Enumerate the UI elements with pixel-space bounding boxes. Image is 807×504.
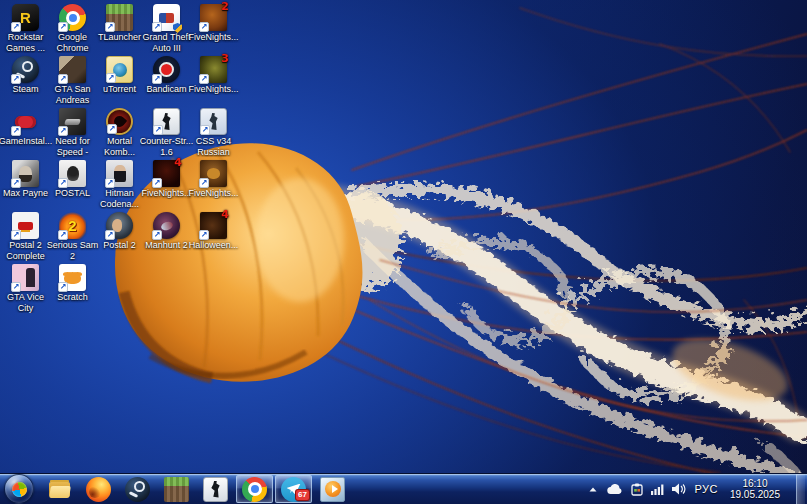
desktop-shortcut-rockstar[interactable]: Rockstar Games ...: [2, 4, 49, 56]
desktop-shortcut-gtasa[interactable]: GTA San Andreas: [49, 56, 96, 108]
steam-taskbar-icon: [125, 477, 150, 502]
desktop-shortcut-mortal-kombat[interactable]: Mortal Komb...: [96, 108, 143, 160]
desktop-shortcut-label: TLauncher: [93, 32, 147, 43]
taskbar-button-media-player[interactable]: [314, 475, 351, 503]
taskbar-button-minecraft[interactable]: [158, 475, 195, 503]
shortcut-arrow-icon: [105, 22, 115, 32]
desktop-shortcut-utorrent[interactable]: uTorrent: [96, 56, 143, 108]
desktop-shortcut-gta3[interactable]: Grand Theft Auto III: [143, 4, 190, 56]
windows-start-icon: [10, 480, 28, 498]
clock[interactable]: 16:10 19.05.2025: [726, 478, 784, 501]
scratch-icon: [59, 264, 86, 291]
desktop-shortcut-label: Scratch: [46, 292, 100, 303]
desktop-shortcut-fnaf3[interactable]: 3 FiveNights...: [190, 56, 237, 108]
desktop-shortcut-hitman[interactable]: Hitman Codena...: [96, 160, 143, 212]
hidden-icons-caret[interactable]: [588, 485, 598, 493]
start-button[interactable]: [4, 474, 34, 504]
serious-sam2-icon: [59, 212, 86, 239]
clock-date: 19.05.2025: [730, 489, 780, 500]
fnaf2-icon: 2: [200, 4, 227, 31]
fnaf3-icon: 3: [200, 56, 227, 83]
taskbar-button-counter-strike[interactable]: [197, 475, 234, 503]
taskbar-button-telegram[interactable]: 67: [275, 475, 312, 503]
shortcut-arrow-icon: [58, 230, 68, 240]
taskbar-button-steam[interactable]: [119, 475, 156, 503]
counter-strike-icon: [203, 477, 228, 502]
unread-count-badge: 67: [295, 489, 310, 501]
desktop-shortcut-max-payne[interactable]: Max Payne: [2, 160, 49, 212]
desktop-shortcut-label: POSTAL: [46, 188, 100, 199]
halloween-icon: 4: [200, 212, 227, 239]
shortcut-arrow-icon: [199, 22, 209, 32]
clock-time: 16:10: [742, 478, 767, 489]
desktop-shortcut-gameinstall[interactable]: GameInstal...: [2, 108, 49, 160]
shortcut-arrow-icon: [11, 178, 21, 188]
css-v34-icon: [200, 108, 227, 135]
shortcut-arrow-icon: [58, 282, 68, 292]
desktop-shortcut-postal2[interactable]: Postal 2: [96, 212, 143, 264]
volume-icon[interactable]: [672, 483, 686, 495]
network-signal-icon[interactable]: [651, 484, 664, 495]
desktop-shortcut-css-v34[interactable]: CSS v34 Russian: [190, 108, 237, 160]
shortcut-arrow-icon: [105, 230, 115, 240]
rockstar-icon: [12, 4, 39, 31]
desktop-shortcut-label: Halloween...: [187, 240, 241, 251]
desktop-shortcut-chrome[interactable]: Google Chrome: [49, 4, 96, 56]
desktop-shortcut-tlauncher[interactable]: TLauncher: [96, 4, 143, 56]
show-desktop-button[interactable]: [796, 474, 805, 504]
desktop-shortcut-label: Serious Sam 2: [46, 240, 100, 261]
gameinstall-icon: [12, 108, 39, 135]
shortcut-arrow-icon: [106, 73, 116, 83]
desktop-shortcut-label: FiveNights...: [187, 188, 241, 199]
tlauncher-icon: [106, 4, 133, 31]
desktop-shortcut-fnaf2[interactable]: 2 FiveNights...: [190, 4, 237, 56]
shortcut-arrow-icon: [58, 126, 68, 136]
language-indicator[interactable]: РУС: [694, 483, 718, 495]
clipboard-icon[interactable]: [631, 483, 643, 496]
desktop-shortcut-label: Postal 2: [93, 240, 147, 251]
gta-vc-icon: [12, 264, 39, 291]
taskbar-button-explorer[interactable]: [41, 475, 78, 503]
desktop-shortcut-fnaf4[interactable]: 4 FiveNights...: [143, 160, 190, 212]
taskbar-button-firefox[interactable]: [80, 475, 117, 503]
shortcut-arrow-icon: [11, 282, 21, 292]
mortal-kombat-icon: [106, 108, 133, 135]
postal2-complete-icon: [12, 212, 39, 239]
desktop-shortcut-halloween[interactable]: 4 Halloween...: [190, 212, 237, 264]
shortcut-arrow-icon: [153, 125, 163, 135]
desktop-shortcut-steam[interactable]: Steam: [2, 56, 49, 108]
desktop-shortcut-cs16[interactable]: Counter-Str... 1.6: [143, 108, 190, 160]
desktop-shortcut-gta-vc[interactable]: GTA Vice City: [2, 264, 49, 316]
desktop-shortcut-fnaf-freddy[interactable]: FiveNights...: [190, 160, 237, 212]
desktop-shortcut-label: FiveNights...: [187, 32, 241, 43]
cs16-icon: [153, 108, 180, 135]
chrome-icon: [242, 477, 267, 502]
desktop-shortcut-bandicam[interactable]: Bandicam: [143, 56, 190, 108]
minecraft-icon: [164, 477, 189, 502]
desktop-shortcut-manhunt2[interactable]: Manhunt 2: [143, 212, 190, 264]
icon-number-badge: 4: [174, 156, 182, 169]
shortcut-arrow-icon: [11, 230, 21, 240]
icon-number-badge: 2: [221, 0, 229, 13]
explorer-icon: [47, 477, 72, 502]
shortcut-arrow-icon: [152, 230, 162, 240]
cloud-icon[interactable]: [606, 484, 623, 495]
taskbar-button-chrome[interactable]: [236, 475, 273, 503]
desktop-shortcut-scratch[interactable]: Scratch: [49, 264, 96, 316]
desktop-screen: Rockstar Games ... Google Chrome TLaunch…: [0, 0, 807, 504]
desktop-shortcut-postal[interactable]: POSTAL: [49, 160, 96, 212]
desktop-shortcut-label: Manhunt 2: [140, 240, 194, 251]
postal2-icon: [106, 212, 133, 239]
icon-number-badge: 3: [221, 52, 229, 65]
shortcut-arrow-icon: [11, 22, 21, 32]
desktop-shortcut-postal2-complete[interactable]: Postal 2 Complete: [2, 212, 49, 264]
desktop-shortcut-nfs[interactable]: Need for Speed - Mo...: [49, 108, 96, 160]
hitman-icon: [106, 160, 133, 187]
media-player-icon: [320, 477, 345, 502]
desktop-shortcut-label: uTorrent: [93, 84, 147, 95]
desktop-shortcut-serious-sam2[interactable]: Serious Sam 2: [49, 212, 96, 264]
taskbar: 67 РУС 16:10: [0, 473, 807, 504]
shortcut-arrow-icon: [152, 178, 162, 188]
steam-icon: [12, 56, 39, 83]
desktop-shortcut-label: CSS v34 Russian: [187, 136, 241, 157]
